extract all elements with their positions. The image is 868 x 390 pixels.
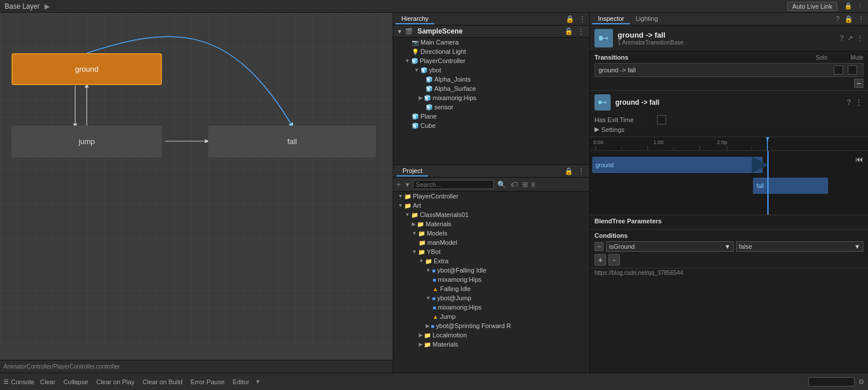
console-settings-btn[interactable]: ⚙ [858,378,865,386]
remove-transition-btn[interactable]: − [854,79,863,88]
main-layout: ground jump fall AnimatorController/Play… [0,13,868,373]
condition-remove-btn[interactable]: − [594,242,604,251]
block2-help-btn[interactable]: ? [845,98,852,106]
tab-project[interactable]: Project [397,166,428,176]
project-item-mixamorig-hips-3[interactable]: ■ mixamorig:Hips [393,303,589,312]
tab-inspector[interactable]: Inspector [592,14,630,24]
hierarchy-item-sensor[interactable]: 🧊 sensor [393,102,589,112]
playercontroller-label: PlayerController [413,193,459,200]
project-item-manmodel[interactable]: 📁 manModel [393,238,589,247]
playercontroller-arrow: ▼ [398,193,403,199]
clear-on-play-btn[interactable]: Clear on Play [94,377,136,387]
hierarchy-menu-btn[interactable]: ⋮ [578,15,587,23]
project-add-btn[interactable]: + [396,181,402,189]
transition-row-ground-fall[interactable]: ground -> fall [594,63,863,77]
hierarchy-item-directional-light[interactable]: 💡 Directional Light [393,47,589,56]
inspector-menu-btn[interactable]: ⋮ [856,15,866,23]
settings-expand[interactable]: ▶ Settings [594,126,863,133]
hierarchy-item-ybot[interactable]: ▼ 🧊 ybot [393,65,589,75]
clear-on-build-btn[interactable]: Clear on Build [141,377,185,387]
models-label: Models [427,230,447,237]
ybot-materials-arrow: ▶ [419,341,423,347]
transitions-col-labels: Solo Mute [816,54,863,61]
project-item-localmotion[interactable]: ▶ 📁 Localmotion [393,330,589,340]
ruler-svg: 0:00 1:00 2:0p [590,137,868,151]
project-item-jump[interactable]: ▲ Jump [393,312,589,321]
hierarchy-item-alpha-surface[interactable]: 🧊 Alpha_Surface [393,84,589,93]
project-item-art[interactable]: ▼ 📁 Art [393,201,589,210]
project-item-mixamorig-hips-2[interactable]: ■ mixamorig:Hips [393,275,589,284]
hierarchy-lock-btn[interactable]: 🔒 [564,15,575,23]
project-menu-btn[interactable]: ⋮ [577,167,586,175]
scene-expand-icon: ▼ [397,28,402,35]
project-search-icon[interactable]: 🔍 [496,181,507,189]
project-filter-icon[interactable]: 🏷 [509,181,519,189]
hierarchy-item-mixamorig-hips[interactable]: ▶ 🧊 mixamorig:Hips [393,93,589,102]
tab-lighting[interactable]: Lighting [630,14,664,24]
block2-menu-btn[interactable]: ⋮ [854,98,863,106]
manmodel-icon: 📁 [419,240,426,246]
transition-mute-toggle[interactable] [848,65,857,75]
timeline-canvas[interactable]: ground fall ⏮ [590,151,868,215]
art-label: Art [413,202,421,209]
has-exit-time-row: Has Exit Time [594,114,863,126]
project-toolbar: + ▼ 🔍 🏷 ⊞ 8 [393,178,589,192]
project-item-jump-parent[interactable]: ▼ ■ ybot@Jump [393,293,589,303]
project-item-falling-idle-parent[interactable]: ▼ ■ ybot@Falling Idle [393,266,589,275]
has-exit-time-checkbox[interactable] [657,115,666,124]
hierarchy-item-main-camera[interactable]: 📷 Main Camera [393,38,589,47]
extra-arrow: ▼ [419,258,424,264]
alpha-joints-icon: 🧊 [426,76,433,83]
hierarchy-item-player-controller[interactable]: ▼ 🧊 PlayerController [393,56,589,65]
inspector-tab-bar: Inspector Lighting ? 🔒 ⋮ [590,13,868,25]
transition-solo-toggle[interactable] [834,65,843,75]
timeline-ruler[interactable]: 0:00 1:00 2:0p [590,137,868,151]
hierarchy-item-plane[interactable]: 🧊 Plane [393,112,589,121]
timeline-play-btn[interactable]: ⏮ [855,154,863,164]
error-pause-btn[interactable]: Error Pause [189,377,227,387]
art-arrow: ▼ [398,203,403,208]
scene-menu-btn[interactable]: ⋮ [577,27,586,35]
project-lock-btn[interactable]: 🔒 [563,167,574,175]
inspector-kebab-btn[interactable]: ⋮ [856,34,863,42]
ybot-materials-label: Materials [433,341,459,348]
project-item-extra[interactable]: ▼ 📁 Extra [393,256,589,266]
animator-canvas[interactable]: ground jump fall [0,13,393,344]
project-search-input[interactable] [413,180,494,189]
state-jump[interactable]: jump [12,126,162,157]
hierarchy-item-alpha-joints[interactable]: 🧊 Alpha_Joints [393,75,589,84]
scene-lock-btn[interactable]: 🔒 [563,27,574,35]
inspector-lock-btn[interactable]: 🔒 [843,15,854,23]
project-grid-icon[interactable]: ⊞ [521,181,529,189]
hierarchy-tree[interactable]: ▼ 🎬 SampleScene 🔒 ⋮ 📷 Main Camera [393,25,589,164]
inspector-expand-btn[interactable]: ↗ [847,34,853,42]
player-controller-label: PlayerController [420,57,466,64]
condition-value-dropdown[interactable]: false ▼ [736,241,864,252]
layer-arrow: ▶ [45,2,50,10]
console-search-input[interactable] [808,377,855,387]
collapse-btn[interactable]: Collapse [61,377,91,387]
inspector-help2-btn[interactable]: ? [840,34,844,42]
condition-param-dropdown[interactable]: isGround ▼ [606,241,734,252]
project-tree[interactable]: ▼ 📁 PlayerController ▼ 📁 Art ▼ [393,192,589,373]
project-item-models[interactable]: ▼ 📁 Models [393,229,589,238]
clear-btn[interactable]: Clear [38,377,57,387]
project-item-ybot[interactable]: ▼ 📁 YBot [393,247,589,256]
hierarchy-item-cube[interactable]: 🧊 Cube [393,121,589,130]
project-item-sprinting[interactable]: ▶ ■ ybot@Sprinting Forward R [393,321,589,330]
inspector-help-btn[interactable]: ? [834,15,841,23]
state-ground[interactable]: ground [12,53,162,85]
editor-btn[interactable]: Editor [230,377,252,387]
state-fall[interactable]: fall [208,126,376,157]
tab-hierarchy[interactable]: Hierarchy [396,14,434,24]
project-item-ybot-materials[interactable]: ▶ 📁 Materials [393,340,589,349]
conditions-remove-btn[interactable]: - [608,254,620,266]
project-item-class-materials[interactable]: ▼ 📁 ClassMaterials01 [393,210,589,219]
auto-live-link-button[interactable]: Auto Live Link [787,2,837,11]
svg-rect-5 [599,36,603,41]
ybot-icon: 🧊 [420,67,427,73]
conditions-add-btn[interactable]: + [594,254,606,266]
project-item-playercontroller[interactable]: ▼ 📁 PlayerController [393,192,589,201]
project-item-materials[interactable]: ▶ 📁 Materials [393,219,589,229]
project-item-falling-idle[interactable]: ▲ Falling Idle [393,284,589,293]
